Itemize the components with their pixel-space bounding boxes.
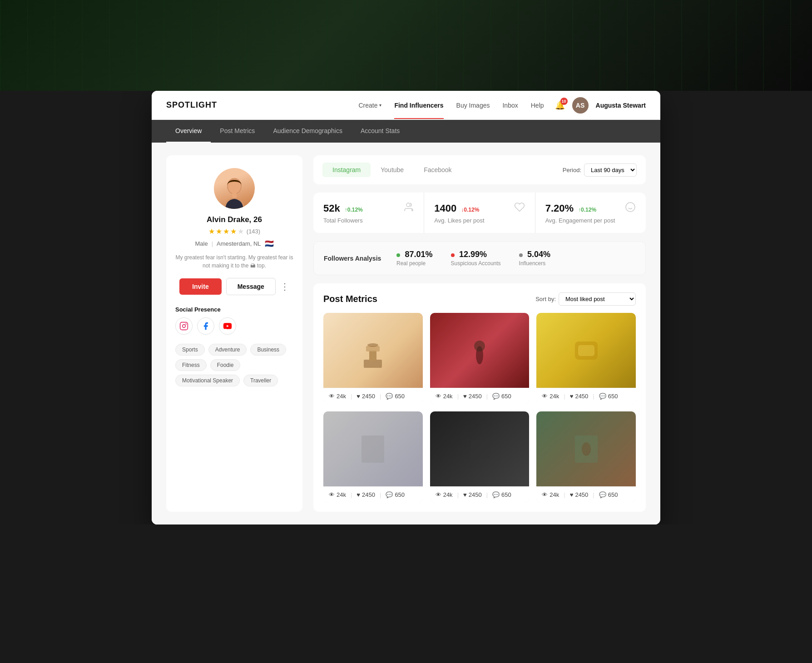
post-comments: 💬 650 xyxy=(492,491,511,498)
list-item[interactable]: 👁 24k | ♥ 2450 | 💬 650 xyxy=(430,411,530,503)
stats-row: 52k ↑0.12% Total Followers xyxy=(313,193,646,233)
instagram-icon[interactable] xyxy=(175,317,193,335)
svg-point-22 xyxy=(582,442,591,456)
nav-create[interactable]: Create ▾ xyxy=(358,102,381,109)
followers-change: ↑0.12% xyxy=(345,207,363,213)
stat-total-followers: 52k ↑0.12% Total Followers xyxy=(313,193,424,233)
facebook-icon[interactable] xyxy=(197,317,214,335)
tags-container: Sports Adventure Business Fitness Foodie… xyxy=(175,344,293,386)
tab-facebook[interactable]: Facebook xyxy=(414,163,461,177)
post-likes: ♥ 2450 xyxy=(356,491,375,498)
youtube-icon[interactable] xyxy=(219,317,236,335)
likes-change: ↓0.12% xyxy=(461,207,479,213)
followers-analysis-label: Followers Analysis xyxy=(324,255,396,262)
engagement-value: 7.20% xyxy=(545,203,574,214)
tab-instagram[interactable]: Instagram xyxy=(322,163,371,177)
sort-dropdown[interactable]: Most liked post Most viewed post Most co… xyxy=(559,292,636,306)
followers-analysis: Followers Analysis 87.01% Real people 12… xyxy=(313,241,646,275)
more-options-button[interactable]: ⋮ xyxy=(280,281,289,292)
heart-icon: ♥ xyxy=(570,491,574,498)
comment-icon: 💬 xyxy=(386,491,393,498)
tag-sports[interactable]: Sports xyxy=(175,344,205,356)
post-comments: 💬 650 xyxy=(492,393,511,400)
sort-by-control: Sort by: Most liked post Most viewed pos… xyxy=(535,292,636,306)
chevron-down-icon: ▾ xyxy=(379,103,381,108)
tag-foodie[interactable]: Foodie xyxy=(210,359,241,371)
influencers-percent: 5.04% xyxy=(527,250,550,259)
list-item[interactable]: 👁 24k | ♥ 2450 | 💬 650 xyxy=(430,313,530,404)
svg-rect-2 xyxy=(232,193,237,198)
social-icons xyxy=(175,317,236,335)
eye-icon: 👁 xyxy=(436,491,441,498)
comment-icon: 💬 xyxy=(386,393,393,400)
tag-traveller[interactable]: Traveller xyxy=(243,375,278,386)
post-likes: ♥ 2450 xyxy=(570,393,589,400)
post-views: 👁 24k xyxy=(542,491,559,498)
comment-icon: 💬 xyxy=(492,491,500,498)
fa-influencers: 5.04% Influencers xyxy=(519,250,551,267)
message-button[interactable]: Message xyxy=(226,278,276,295)
tab-account-stats[interactable]: Account Stats xyxy=(352,120,409,143)
period-dropdown[interactable]: Last 90 days Last 30 days Last 7 days xyxy=(584,163,637,177)
heart-icon: ♥ xyxy=(463,393,467,400)
svg-rect-18 xyxy=(578,345,594,356)
nav-help[interactable]: Help xyxy=(531,102,544,109)
suspicious-dot xyxy=(451,253,455,257)
heart-icon: ♥ xyxy=(570,393,574,400)
post-stats: 👁 24k | ♥ 2450 | 💬 650 xyxy=(430,486,530,503)
period-label: Period: xyxy=(563,167,581,173)
tab-overview[interactable]: Overview xyxy=(166,120,211,143)
location-label: Amesterdam, NL xyxy=(217,240,261,247)
right-panel: Instagram Youtube Facebook Period: Last … xyxy=(313,155,646,512)
flag-icon: 🇳🇱 xyxy=(265,239,274,248)
list-item[interactable]: 👁 24k | ♥ 2450 | 💬 650 xyxy=(323,313,423,404)
platform-tabs-row: Instagram Youtube Facebook Period: Last … xyxy=(313,155,646,184)
svg-point-8 xyxy=(626,203,635,212)
post-views: 👁 24k xyxy=(329,491,346,498)
post-stats: 👁 24k | ♥ 2450 | 💬 650 xyxy=(536,388,636,404)
tag-fitness[interactable]: Fitness xyxy=(175,359,207,371)
user-name-label: Augusta Stewart xyxy=(596,102,646,109)
nav-find-influencers[interactable]: Find Influencers xyxy=(394,102,443,109)
sort-by-label: Sort by: xyxy=(535,296,556,302)
tab-youtube[interactable]: Youtube xyxy=(371,163,414,177)
tab-post-metrics[interactable]: Post Metrics xyxy=(211,120,264,143)
post-comments: 💬 650 xyxy=(386,491,405,498)
nav-inbox[interactable]: Inbox xyxy=(502,102,518,109)
eye-icon: 👁 xyxy=(436,393,441,400)
post-stats: 👁 24k | ♥ 2450 | 💬 650 xyxy=(323,388,423,404)
main-content: Alvin Drake, 26 ★ ★ ★ ★ ★ (143) Male | A… xyxy=(152,143,660,524)
eye-icon: 👁 xyxy=(542,491,548,498)
followers-value: 52k xyxy=(323,203,340,214)
tabs-navigation: Overview Post Metrics Audience Demograph… xyxy=(152,120,660,143)
navbar-actions: 🔔 10 AS Augusta Stewart xyxy=(555,97,646,114)
tab-audience-demographics[interactable]: Audience Demographics xyxy=(264,120,352,143)
nav-buy-images[interactable]: Buy Images xyxy=(456,102,490,109)
post-metrics-section: Post Metrics Sort by: Most liked post Mo… xyxy=(313,283,646,512)
invite-button[interactable]: Invite xyxy=(179,278,222,295)
notification-bell[interactable]: 🔔 10 xyxy=(555,100,565,110)
svg-point-5 xyxy=(185,323,187,325)
influencers-label: Influencers xyxy=(519,260,551,267)
post-views: 👁 24k xyxy=(329,393,346,400)
list-item[interactable]: 👁 24k | ♥ 2450 | 💬 650 xyxy=(323,411,423,503)
heart-icon: ♥ xyxy=(356,393,360,400)
eye-icon: 👁 xyxy=(542,393,548,400)
list-item[interactable]: 👁 24k | ♥ 2450 | 💬 650 xyxy=(536,313,636,404)
post-stats: 👁 24k | ♥ 2450 | 💬 650 xyxy=(536,486,636,503)
post-likes: ♥ 2450 xyxy=(356,393,375,400)
list-item[interactable]: 👁 24k | ♥ 2450 | 💬 650 xyxy=(536,411,636,503)
tag-business[interactable]: Business xyxy=(250,344,286,356)
heart-icon: ♥ xyxy=(463,491,467,498)
tag-motivational-speaker[interactable]: Motivational Speaker xyxy=(175,375,240,386)
heart-icon: ♥ xyxy=(356,491,360,498)
post-stats: 👁 24k | ♥ 2450 | 💬 650 xyxy=(430,388,530,404)
svg-point-4 xyxy=(183,325,186,328)
app-wrapper: SPOTLIGHT Create ▾ Find Influencers Buy … xyxy=(152,91,660,524)
tag-adventure[interactable]: Adventure xyxy=(208,344,247,356)
post-likes: ♥ 2450 xyxy=(570,491,589,498)
hero-background xyxy=(0,0,812,91)
profile-bio: My greatest fear isn't starting. My grea… xyxy=(175,253,293,270)
post-likes: ♥ 2450 xyxy=(463,393,482,400)
influencers-dot xyxy=(519,253,523,257)
